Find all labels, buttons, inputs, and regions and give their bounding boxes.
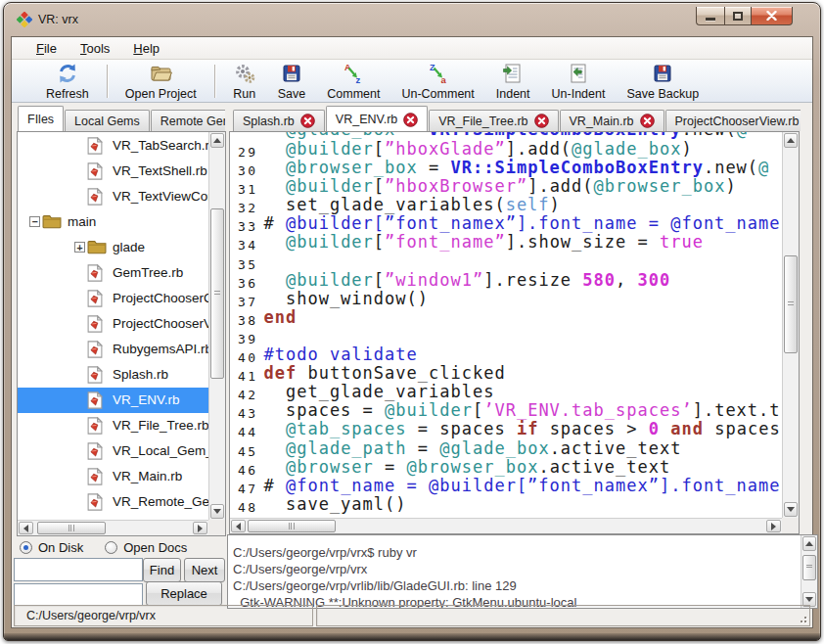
sidebar-tab-files[interactable]: FIles (18, 106, 64, 131)
tree-item[interactable]: RubygemsAPI.rb (18, 337, 208, 362)
code-line[interactable]: 29 @builder[”hboxGlade”].add(@glade_box) (231, 140, 781, 159)
sidebar-tab-remote-gems[interactable]: Remote Gems (151, 110, 225, 131)
replace-button[interactable]: Replace (146, 581, 222, 606)
title-bar[interactable]: VR: vrx (4, 3, 820, 36)
code-line[interactable]: 31 @builder[”hboxBrowser”].add(@browser_… (231, 177, 781, 196)
comment-button[interactable]: AzComment (316, 60, 390, 103)
editor-vertical-scrollbar[interactable] (782, 132, 799, 518)
editor-tab-splash-rb[interactable]: Splash.rb (233, 110, 325, 131)
tree-item[interactable]: VR_Main.rb (18, 464, 208, 489)
scrollbar-thumb[interactable] (210, 208, 224, 379)
scrollbar-thumb[interactable] (784, 255, 798, 353)
indent-button[interactable]: Indent (485, 60, 541, 103)
close-button[interactable] (752, 7, 793, 25)
tree-item[interactable]: Splash.rb (18, 362, 208, 388)
close-tab-icon[interactable] (640, 114, 655, 128)
code-editor[interactable]: @glade_box = VR::SimpleComboBoxEntry.new… (231, 132, 781, 517)
ruby-file-icon (87, 188, 103, 206)
scrollbar-thumb[interactable] (802, 555, 816, 580)
code-line[interactable]: 36 @builder[”window1”].resize 580, 300 (231, 271, 781, 290)
scrollbar-thumb[interactable] (248, 520, 336, 532)
maximize-button[interactable] (724, 7, 752, 25)
editor-tab-vr-env-rb[interactable]: VR_ENV.rb (326, 106, 428, 131)
radio-on-disk-label[interactable]: On Disk (38, 540, 83, 555)
scroll-right-arrow[interactable] (766, 520, 781, 532)
scroll-up-arrow[interactable] (210, 133, 224, 148)
code-line[interactable]: 39 (231, 327, 781, 345)
menu-item-help[interactable]: Help (124, 38, 168, 59)
tree-vertical-scrollbar[interactable] (208, 132, 225, 520)
run-button[interactable]: Run (222, 60, 267, 103)
editor-tab-projectchooserview-rb[interactable]: ProjectChooserView.rb (665, 110, 801, 131)
code-line[interactable]: 48 save_yaml() (231, 495, 781, 514)
code-line[interactable]: 34 @builder[”font_name”].show_size = tru… (231, 233, 781, 252)
close-tab-icon[interactable] (300, 114, 315, 128)
resize-grip[interactable] (795, 611, 806, 622)
collapse-icon[interactable]: − (29, 216, 40, 227)
editor-tab-vr-main-rb[interactable]: VR_Main.rb (560, 110, 664, 131)
sidebar-tab-local-gems[interactable]: Local Gems (65, 110, 150, 131)
minimize-button[interactable] (696, 7, 724, 25)
tree-item[interactable]: VR_TabSearch.rb (18, 133, 208, 159)
tree-item[interactable]: GemTree.rb (18, 260, 208, 286)
tree-item[interactable]: VR_Local_Gem_Tr (18, 438, 208, 464)
tree-item[interactable]: ProjectChooserVi (18, 311, 208, 337)
tree-item[interactable]: VR_TextShell.rb (18, 159, 208, 184)
code-line[interactable]: 32 set_glade_variables(self) (231, 196, 781, 214)
code-line[interactable]: 41 def buttonSave_clicked (231, 364, 781, 383)
tree-item[interactable]: −main (18, 209, 208, 235)
next-button[interactable]: Next (184, 558, 225, 582)
scroll-left-arrow[interactable] (231, 520, 246, 532)
tree-item[interactable]: ProjectChooserGU (18, 286, 208, 311)
code-line[interactable]: 47 # @font_name = @builder[”font_namex”]… (231, 477, 781, 495)
editor-horizontal-scrollbar[interactable] (230, 518, 782, 533)
code-line[interactable]: 33 # @builder[”font_namex”].font_name = … (231, 214, 781, 233)
tab-label: VR_File_Tree.rb (438, 115, 527, 128)
find-input[interactable] (14, 558, 143, 581)
code-line[interactable]: 46 @browser = @browser_box.active_text (231, 458, 781, 477)
console-vertical-scrollbar[interactable] (801, 535, 817, 608)
scroll-right-arrow[interactable] (193, 522, 207, 534)
refresh-button[interactable]: Refresh (35, 60, 100, 103)
file-tree[interactable]: VR_TabSearch.rbVR_TextShell.rbVR_TextVie… (18, 133, 208, 520)
replace-input[interactable] (14, 583, 143, 606)
tree-item[interactable]: VR_File_Tree.rb (18, 413, 208, 438)
un-indent-button[interactable]: Un-Indent (541, 60, 617, 103)
open-project-button[interactable]: Open Project (114, 60, 207, 103)
code-line[interactable]: 43 spaces = @builder[’VR_ENV.tab_spaces’… (231, 401, 781, 420)
ruby-file-icon (87, 366, 103, 384)
tree-horizontal-scrollbar[interactable] (18, 520, 208, 535)
save-backup-button[interactable]: Save Backup (616, 60, 710, 103)
console-output[interactable]: C:/Users/george/vrp/vrx$ ruby vrC:/Users… (233, 544, 800, 608)
menu-item-file[interactable]: File (27, 38, 66, 59)
find-button[interactable]: Find (143, 558, 181, 582)
scroll-down-arrow[interactable] (784, 502, 798, 517)
save-button[interactable]: Save (267, 60, 317, 103)
code-line[interactable]: 45 @glade_path = @glade_box.active_text (231, 439, 781, 458)
code-line[interactable]: 44 @tab_spaces = spaces if spaces > 0 an… (231, 420, 781, 438)
radio-open-docs[interactable] (105, 541, 117, 554)
tree-item[interactable]: +glade (18, 235, 208, 260)
tree-item[interactable]: VR_Remote_Gem_ (18, 489, 208, 515)
expand-icon[interactable]: + (74, 242, 85, 253)
close-tab-icon[interactable] (534, 114, 549, 128)
tree-item[interactable]: VR_ENV.rb (18, 388, 208, 413)
scroll-left-arrow[interactable] (19, 522, 33, 534)
scroll-up-arrow[interactable] (784, 133, 798, 148)
tree-item[interactable]: VR_TextViewCom (18, 184, 208, 209)
code-line[interactable]: 37 show_window() (231, 290, 781, 308)
code-line[interactable]: 38 end (231, 308, 781, 327)
editor-tab-vr-file-tree-rb[interactable]: VR_File_Tree.rb (429, 110, 558, 131)
close-tab-icon[interactable] (403, 113, 418, 127)
scrollbar-thumb[interactable] (37, 522, 106, 534)
code-line[interactable]: 35 (231, 253, 781, 271)
scroll-up-arrow[interactable] (802, 536, 816, 551)
code-line[interactable]: 42 get_glade_variables (231, 383, 781, 401)
radio-open-docs-label[interactable]: Open Docs (123, 540, 187, 555)
menu-item-tools[interactable]: Tools (71, 38, 118, 59)
scroll-down-arrow[interactable] (210, 504, 224, 519)
radio-on-disk[interactable] (20, 541, 32, 554)
code-line[interactable]: 30 @browser_box = VR::SimpleComboBoxEntr… (231, 159, 781, 177)
un-comment-button[interactable]: ZaUn-Comment (390, 60, 484, 103)
code-line[interactable]: 40 #todo validate (231, 345, 781, 364)
